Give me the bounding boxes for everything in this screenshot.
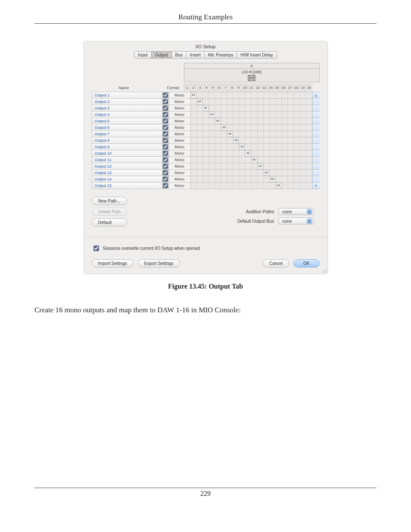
channel-cell[interactable] xyxy=(306,92,312,98)
output-enabled-checkbox[interactable] xyxy=(163,157,168,162)
new-path-button[interactable]: New Path... xyxy=(92,197,127,205)
channel-cell[interactable] xyxy=(258,124,264,131)
channel-cell[interactable] xyxy=(282,144,288,150)
channel-cell[interactable] xyxy=(221,92,227,98)
scrollbar-track[interactable] xyxy=(312,150,320,156)
output-name[interactable]: Output 12 xyxy=(92,163,162,169)
cancel-button[interactable]: Cancel xyxy=(263,259,289,268)
channel-cell[interactable] xyxy=(191,124,197,131)
channel-cell[interactable] xyxy=(288,118,294,124)
audition-paths-select[interactable]: none ▾ xyxy=(278,208,313,215)
channel-cell[interactable] xyxy=(215,150,221,156)
import-settings-button[interactable]: Import Settings xyxy=(92,259,134,268)
channel-cell[interactable] xyxy=(252,118,258,124)
channel-cell[interactable] xyxy=(245,183,251,189)
channel-cell[interactable] xyxy=(203,176,209,182)
channel-cell[interactable] xyxy=(221,137,227,143)
channel-cell[interactable] xyxy=(233,124,239,131)
channel-cell[interactable] xyxy=(203,150,209,156)
channel-cell[interactable] xyxy=(288,144,294,150)
channel-cell[interactable] xyxy=(282,99,288,105)
channel-cell[interactable] xyxy=(264,137,270,143)
channel-cell[interactable] xyxy=(300,170,306,176)
channel-cell[interactable] xyxy=(233,163,239,169)
channel-cell[interactable] xyxy=(227,105,233,111)
channel-cell[interactable] xyxy=(245,99,251,105)
channel-cell[interactable] xyxy=(288,131,294,137)
channel-cell[interactable]: M xyxy=(245,150,251,156)
channel-cell[interactable] xyxy=(300,99,306,105)
channel-cell[interactable] xyxy=(197,118,203,124)
channel-cell[interactable] xyxy=(203,157,209,163)
channel-cell[interactable] xyxy=(276,163,282,169)
ok-button[interactable]: OK xyxy=(293,259,319,268)
tab-h-w-insert-delay[interactable]: H/W Insert Delay xyxy=(237,51,277,59)
channel-cell[interactable]: M xyxy=(258,163,264,169)
channel-cell[interactable] xyxy=(282,157,288,163)
channel-cell[interactable] xyxy=(209,137,215,143)
channel-cell[interactable] xyxy=(233,99,239,105)
channel-cell[interactable] xyxy=(203,183,209,189)
channel-cell[interactable] xyxy=(203,170,209,176)
channel-cell[interactable] xyxy=(306,170,312,176)
channel-cell[interactable] xyxy=(191,176,197,182)
channel-cell[interactable] xyxy=(191,112,197,118)
channel-cell[interactable]: M xyxy=(233,137,239,143)
channel-cell[interactable] xyxy=(252,99,258,105)
channel-cell[interactable] xyxy=(306,157,312,163)
channel-cell[interactable] xyxy=(288,124,294,131)
channel-cell[interactable] xyxy=(245,137,251,143)
channel-cell[interactable] xyxy=(300,150,306,156)
channel-cell[interactable] xyxy=(264,150,270,156)
channel-cell[interactable] xyxy=(306,124,312,131)
channel-cell[interactable] xyxy=(197,112,203,118)
channel-cell[interactable] xyxy=(203,118,209,124)
channel-cell[interactable] xyxy=(294,137,300,143)
channel-cell[interactable] xyxy=(227,157,233,163)
channel-cell[interactable] xyxy=(306,99,312,105)
channel-cell[interactable] xyxy=(288,176,294,182)
channel-cell[interactable] xyxy=(306,105,312,111)
channel-cell[interactable] xyxy=(300,144,306,150)
channel-cell[interactable] xyxy=(203,112,209,118)
channel-cell[interactable] xyxy=(209,105,215,111)
channel-cell[interactable] xyxy=(288,99,294,105)
channel-cell[interactable] xyxy=(258,131,264,137)
channel-cell[interactable] xyxy=(245,118,251,124)
channel-cell[interactable] xyxy=(270,124,276,131)
channel-cell[interactable] xyxy=(282,176,288,182)
channel-cell[interactable] xyxy=(282,137,288,143)
channel-cell[interactable] xyxy=(227,99,233,105)
channel-cell[interactable] xyxy=(258,118,264,124)
scrollbar-track[interactable] xyxy=(312,124,320,131)
channel-cell[interactable] xyxy=(288,157,294,163)
scrollbar-track[interactable] xyxy=(312,99,320,105)
tab-output[interactable]: Output xyxy=(152,51,172,59)
channel-cell[interactable] xyxy=(245,131,251,137)
channel-cell[interactable] xyxy=(252,150,258,156)
output-enabled-checkbox[interactable] xyxy=(163,170,168,175)
channel-cell[interactable] xyxy=(221,170,227,176)
channel-cell[interactable] xyxy=(221,131,227,137)
scrollbar-track[interactable] xyxy=(312,137,320,143)
channel-cell[interactable] xyxy=(270,92,276,98)
channel-cell[interactable] xyxy=(306,183,312,189)
channel-cell[interactable] xyxy=(233,150,239,156)
channel-cell[interactable] xyxy=(270,183,276,189)
channel-cell[interactable] xyxy=(294,112,300,118)
channel-cell[interactable] xyxy=(197,137,203,143)
output-enabled-checkbox[interactable] xyxy=(163,144,168,149)
channel-cell[interactable] xyxy=(294,163,300,169)
channel-cell[interactable] xyxy=(221,105,227,111)
output-enabled-checkbox[interactable] xyxy=(163,138,168,143)
channel-cell[interactable] xyxy=(221,163,227,169)
channel-cell[interactable] xyxy=(239,92,245,98)
output-format[interactable]: Mono xyxy=(169,176,191,182)
channel-cell[interactable] xyxy=(215,105,221,111)
channel-cell[interactable] xyxy=(197,170,203,176)
channel-cell[interactable] xyxy=(227,150,233,156)
channel-cell[interactable] xyxy=(306,150,312,156)
channel-cell[interactable]: M xyxy=(215,118,221,124)
channel-cell[interactable] xyxy=(233,144,239,150)
channel-cell[interactable] xyxy=(276,170,282,176)
